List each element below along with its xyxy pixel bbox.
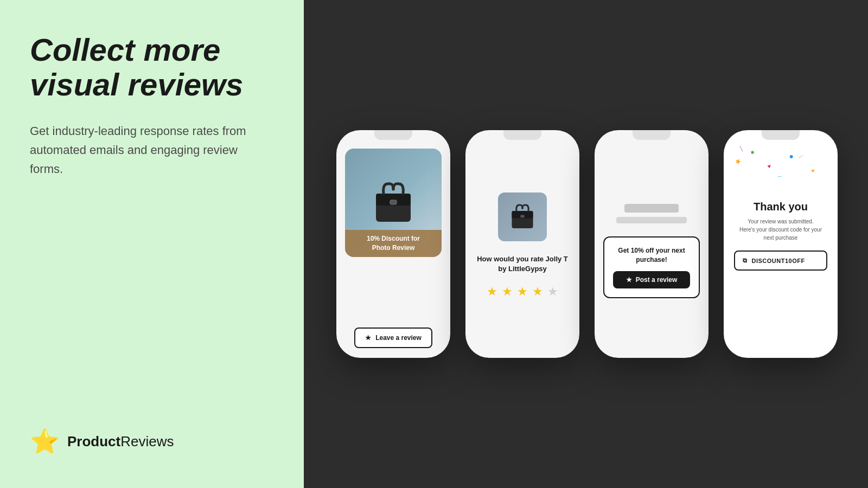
star-4[interactable]: ★ (532, 285, 543, 299)
left-panel: Collect more visual reviews Get industry… (0, 0, 304, 488)
right-panel: 10% Discount for Photo Review ★ Leave a … (304, 0, 868, 488)
svg-rect-5 (520, 215, 524, 218)
product-thumb-2 (498, 192, 547, 241)
svg-rect-2 (390, 200, 397, 204)
phone-mockup-2: How would you rate Jolly T by LittleGyps… (465, 130, 579, 358)
logo-text: ProductReviews (67, 433, 174, 450)
phone-2-inner: How would you rate Jolly T by LittleGyps… (465, 130, 579, 358)
placeholder-bar-1 (624, 204, 679, 213)
discount-line1: 10% Discount for (367, 235, 420, 242)
confetti-area: ★ ■ ▲ ● ★ ╲ ─ │ (724, 141, 838, 206)
thank-you-line3: next purchase (764, 235, 798, 241)
star-icon-post: ★ (626, 276, 632, 284)
phone-mockup-1: 10% Discount for Photo Review ★ Leave a … (336, 130, 450, 358)
post-review-label: Post a review (636, 276, 678, 284)
discount-line2: Photo Review (372, 244, 415, 252)
post-review-button[interactable]: ★ Post a review (613, 271, 690, 288)
product-image-bg: 10% Discount for Photo Review (345, 149, 442, 257)
confetti-8: │ (798, 155, 803, 159)
phone-notch-3 (633, 130, 671, 140)
phone-notch-2 (503, 130, 541, 140)
copy-icon: ⧉ (743, 257, 748, 264)
discount-offer-title: Get 10% off your next purchase! (613, 246, 690, 265)
phone-mockup-4: ★ ■ ▲ ● ★ ╲ ─ │ Thank you Your review wa… (724, 130, 838, 358)
thank-you-line1: Your review was submitted. (748, 219, 813, 224)
stars-rating-row: ★ ★ ★ ★ ★ (487, 285, 558, 299)
headline: Collect more visual reviews (30, 33, 274, 102)
star-3[interactable]: ★ (517, 285, 528, 299)
logo-brand-bold: Product (67, 433, 120, 450)
phone-notch-1 (374, 130, 412, 140)
confetti-6: ╲ (740, 146, 743, 151)
star-1[interactable]: ★ (487, 285, 497, 299)
headline-line1: Collect more (30, 32, 220, 67)
rate-question: How would you rate Jolly T by LittleGyps… (474, 254, 571, 274)
logo-area: ⭐ ProductReviews (30, 427, 274, 455)
confetti-1: ★ (733, 156, 743, 166)
headline-line2: visual reviews (30, 67, 243, 102)
confetti-3: ▲ (766, 162, 774, 170)
leave-review-label: Leave a review (375, 334, 422, 342)
phone-1-inner: 10% Discount for Photo Review ★ Leave a … (336, 130, 450, 358)
star-5[interactable]: ★ (547, 285, 558, 299)
product-image-container: 10% Discount for Photo Review (345, 149, 442, 257)
phone-3-inner: Get 10% off your next purchase! ★ Post a… (595, 130, 709, 358)
discount-badge: 10% Discount for Photo Review (345, 230, 442, 257)
discount-offer-card: Get 10% off your next purchase! ★ Post a… (603, 236, 700, 298)
star-2[interactable]: ★ (502, 285, 513, 299)
bag-thumb-icon (509, 202, 536, 232)
left-content: Collect more visual reviews Get industry… (30, 33, 274, 178)
phone-mockup-3: Get 10% off your next purchase! ★ Post a… (595, 130, 709, 358)
logo-brand-regular: Reviews (120, 433, 174, 450)
phone-notch-4 (762, 130, 800, 140)
subtext: Get industry-leading response rates from… (30, 121, 274, 179)
thank-you-line2: Here's your discount code for your (739, 227, 822, 233)
confetti-5: ★ (810, 168, 815, 174)
star-icon-btn: ★ (365, 334, 371, 342)
bag-illustration (372, 178, 415, 227)
leave-review-button[interactable]: ★ Leave a review (354, 328, 432, 348)
confetti-4: ● (787, 151, 795, 161)
logo-star-icon: ⭐ (30, 427, 60, 455)
confetti-2: ■ (750, 149, 755, 155)
thank-you-subtitle: Your review was submitted. Here's your d… (734, 217, 827, 242)
discount-code-text: DISCOUNT10OFF (752, 258, 805, 264)
placeholder-bar-2 (616, 217, 687, 223)
discount-code-box: ⧉ DISCOUNT10OFF (734, 251, 827, 271)
confetti-7: ─ (778, 174, 781, 179)
